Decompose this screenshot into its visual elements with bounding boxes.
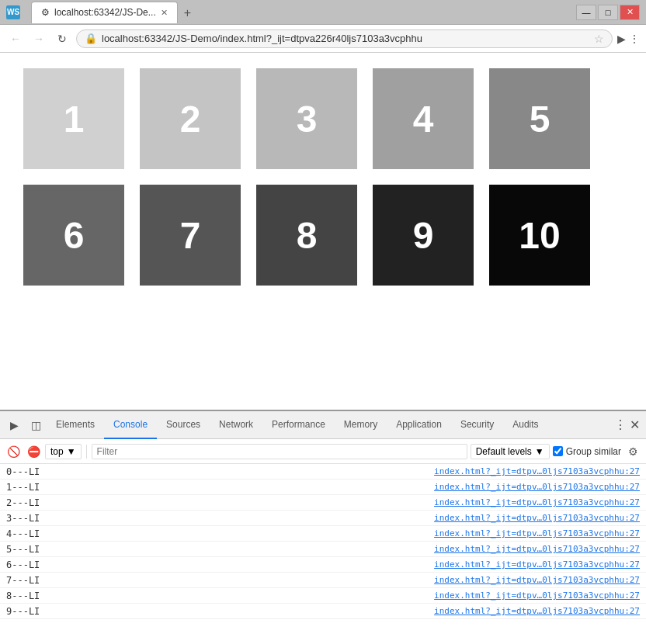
devtools-kebab-icon[interactable]: ⋮ bbox=[614, 417, 627, 432]
tile-5: 5 bbox=[489, 68, 590, 169]
tile-3: 3 bbox=[256, 68, 357, 169]
minimize-button[interactable]: — bbox=[576, 5, 596, 20]
console-text: 6---LI bbox=[6, 559, 40, 570]
tiles-row-2: 678910 bbox=[23, 185, 623, 286]
console-row: 2---LIindex.html?_ijt=dtpv…0ljs7103a3vcp… bbox=[0, 495, 646, 511]
tile-9: 9 bbox=[373, 185, 474, 286]
console-text: 4---LI bbox=[6, 528, 40, 539]
address-input-wrap[interactable]: 🔒 ☆ bbox=[76, 29, 613, 48]
filter-input[interactable] bbox=[92, 444, 467, 459]
tab-network[interactable]: Network bbox=[210, 411, 262, 439]
browser-icon: WS bbox=[6, 5, 20, 19]
maximize-button[interactable]: □ bbox=[598, 5, 618, 20]
tab-elements[interactable]: Elements bbox=[47, 411, 104, 439]
cast-button[interactable]: ▶ bbox=[617, 33, 626, 45]
browser-tab[interactable]: ⚙ localhost:63342/JS-De... ✕ bbox=[31, 2, 178, 23]
tab-title: localhost:63342/JS-De... bbox=[54, 7, 156, 18]
refresh-button[interactable]: ↻ bbox=[53, 29, 71, 48]
tab-memory[interactable]: Memory bbox=[335, 411, 387, 439]
console-text: 8---LI bbox=[6, 590, 40, 601]
console-row: 7---LIindex.html?_ijt=dtpv…0ljs7103a3vcp… bbox=[0, 573, 646, 588]
tab-application-label: Application bbox=[396, 419, 442, 430]
settings-button[interactable]: ⚙ bbox=[624, 443, 641, 460]
console-row: 5---LIindex.html?_ijt=dtpv…0ljs7103a3vcp… bbox=[0, 542, 646, 557]
title-bar: WS ⚙ localhost:63342/JS-De... ✕ + — □ ✕ bbox=[0, 0, 646, 25]
tab-area: ⚙ localhost:63342/JS-De... ✕ + bbox=[25, 2, 571, 23]
level-dropdown-icon: ▼ bbox=[535, 446, 544, 457]
tab-sources-label: Sources bbox=[166, 419, 200, 430]
group-similar-label[interactable]: Group similar bbox=[553, 446, 621, 457]
more-button[interactable]: ⋮ bbox=[629, 33, 640, 45]
console-text: 7---LI bbox=[6, 575, 40, 586]
tiles-grid: 12345 678910 bbox=[23, 68, 623, 286]
console-row: 6---LIindex.html?_ijt=dtpv…0ljs7103a3vcp… bbox=[0, 557, 646, 573]
devtools-select-button[interactable]: ▶ bbox=[3, 414, 25, 436]
console-text: 3---LI bbox=[6, 513, 40, 524]
console-link[interactable]: index.html?_ijt=dtpv…0ljs7103a3vcphhu:27 bbox=[434, 559, 640, 570]
console-link[interactable]: index.html?_ijt=dtpv…0ljs7103a3vcphhu:27 bbox=[434, 575, 640, 585]
new-tab-button[interactable]: + bbox=[178, 3, 197, 23]
level-select-label: Default levels bbox=[476, 446, 532, 457]
address-input[interactable] bbox=[102, 33, 589, 44]
tab-network-label: Network bbox=[219, 419, 253, 430]
tab-security-label: Security bbox=[460, 419, 494, 430]
console-row: 8---LIindex.html?_ijt=dtpv…0ljs7103a3vcp… bbox=[0, 588, 646, 604]
tab-close-icon[interactable]: ✕ bbox=[161, 8, 168, 18]
devtools-close-icon[interactable]: ✕ bbox=[627, 417, 643, 432]
console-link[interactable]: index.html?_ijt=dtpv…0ljs7103a3vcphhu:27 bbox=[434, 497, 640, 507]
tab-elements-label: Elements bbox=[56, 419, 95, 430]
console-link[interactable]: index.html?_ijt=dtpv…0ljs7103a3vcphhu:27 bbox=[434, 528, 640, 538]
tab-security[interactable]: Security bbox=[451, 411, 503, 439]
level-select[interactable]: Default levels ▼ bbox=[471, 444, 550, 459]
lock-icon: 🔒 bbox=[85, 33, 97, 44]
console-link[interactable]: index.html?_ijt=dtpv…0ljs7103a3vcphhu:27 bbox=[434, 466, 640, 476]
tab-console[interactable]: Console bbox=[104, 411, 157, 439]
bookmark-icon[interactable]: ☆ bbox=[594, 33, 604, 45]
console-row: 0---LIindex.html?_ijt=dtpv…0ljs7103a3vcp… bbox=[0, 464, 646, 480]
block-console-button[interactable]: ⛔ bbox=[25, 443, 42, 460]
address-bar: ← → ↻ 🔒 ☆ ▶ ⋮ bbox=[0, 25, 646, 53]
tab-performance-label: Performance bbox=[272, 419, 325, 430]
context-dropdown-icon: ▼ bbox=[67, 446, 76, 457]
tab-performance[interactable]: Performance bbox=[262, 411, 335, 439]
console-text: 0---LI bbox=[6, 466, 40, 477]
context-select[interactable]: top ▼ bbox=[45, 444, 82, 459]
browser-content: 12345 678910 bbox=[0, 53, 646, 410]
console-text: 2---LI bbox=[6, 497, 40, 508]
group-similar-checkbox[interactable] bbox=[553, 446, 563, 456]
tile-6: 6 bbox=[23, 185, 124, 286]
console-link[interactable]: index.html?_ijt=dtpv…0ljs7103a3vcphhu:27 bbox=[434, 590, 640, 601]
console-link[interactable]: index.html?_ijt=dtpv…0ljs7103a3vcphhu:27 bbox=[434, 482, 640, 492]
clear-console-button[interactable]: 🚫 bbox=[5, 443, 22, 460]
window-controls: — □ ✕ bbox=[576, 5, 640, 20]
group-similar-text: Group similar bbox=[566, 446, 621, 457]
devtools-panel: ▶ ◫ Elements Console Sources Network Per… bbox=[0, 410, 646, 644]
tab-audits[interactable]: Audits bbox=[503, 411, 547, 439]
tab-application[interactable]: Application bbox=[387, 411, 451, 439]
tile-10: 10 bbox=[489, 185, 590, 286]
tab-memory-label: Memory bbox=[344, 419, 377, 430]
console-link[interactable]: index.html?_ijt=dtpv…0ljs7103a3vcphhu:27 bbox=[434, 544, 640, 554]
console-row: 1---LIindex.html?_ijt=dtpv…0ljs7103a3vcp… bbox=[0, 480, 646, 495]
tab-console-label: Console bbox=[113, 419, 148, 430]
menu-buttons: ▶ ⋮ bbox=[617, 33, 640, 45]
console-row: 3---LIindex.html?_ijt=dtpv…0ljs7103a3vcp… bbox=[0, 511, 646, 526]
tile-7: 7 bbox=[140, 185, 241, 286]
tile-4: 4 bbox=[373, 68, 474, 169]
console-link[interactable]: index.html?_ijt=dtpv…0ljs7103a3vcphhu:27 bbox=[434, 513, 640, 523]
console-text: 9---LI bbox=[6, 606, 40, 617]
console-link[interactable]: index.html?_ijt=dtpv…0ljs7103a3vcphhu:27 bbox=[434, 606, 640, 616]
tab-sources[interactable]: Sources bbox=[157, 411, 210, 439]
close-button[interactable]: ✕ bbox=[620, 5, 640, 20]
tiles-row-1: 12345 bbox=[23, 68, 623, 169]
devtools-device-button[interactable]: ◫ bbox=[25, 414, 47, 436]
back-button[interactable]: ← bbox=[6, 29, 25, 48]
context-select-label: top bbox=[50, 446, 64, 457]
tab-favicon: ⚙ bbox=[41, 7, 50, 18]
tile-2: 2 bbox=[140, 68, 241, 169]
forward-button[interactable]: → bbox=[30, 29, 48, 48]
tab-audits-label: Audits bbox=[512, 419, 538, 430]
toolbar-separator bbox=[86, 445, 87, 459]
tile-8: 8 bbox=[256, 185, 357, 286]
console-text: 1---LI bbox=[6, 482, 40, 493]
